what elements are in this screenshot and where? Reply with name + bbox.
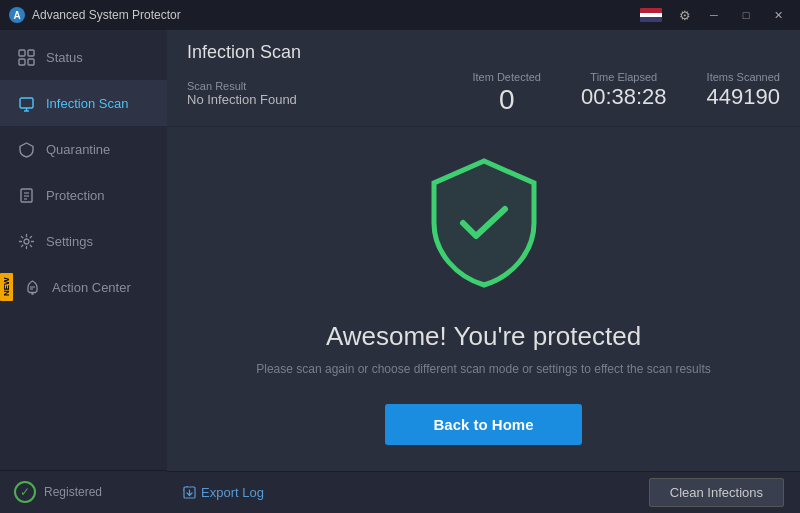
protected-subtitle: Please scan again or choose different sc… xyxy=(256,362,711,376)
main-content: Infection Scan Scan Result No Infection … xyxy=(167,30,800,513)
window-controls: ⚙ ─ □ ✕ xyxy=(640,5,792,25)
protected-title: Awesome! You're protected xyxy=(326,321,641,352)
sidebar-item-status[interactable]: Status xyxy=(0,34,167,80)
close-button[interactable]: ✕ xyxy=(764,5,792,25)
bottom-bar: Export Log Clean Infections xyxy=(167,471,800,513)
scanned-label: Items Scanned xyxy=(707,71,780,83)
sidebar-item-quarantine[interactable]: Quarantine xyxy=(0,126,167,172)
sidebar-item-action-center-label: Action Center xyxy=(52,280,131,295)
scan-stats: Item Detected 0 Time Elapsed 00:38:28 It… xyxy=(472,71,780,116)
sidebar-item-quarantine-label: Quarantine xyxy=(46,142,110,157)
clean-infections-button[interactable]: Clean Infections xyxy=(649,478,784,507)
svg-rect-4 xyxy=(19,59,25,65)
maximize-button[interactable]: □ xyxy=(732,5,760,25)
sidebar-item-status-label: Status xyxy=(46,50,83,65)
infection-scan-icon xyxy=(16,93,36,113)
scan-meta: Scan Result No Infection Found Item Dete… xyxy=(187,71,780,116)
scan-header: Infection Scan Scan Result No Infection … xyxy=(167,30,800,127)
stat-detected: Item Detected 0 xyxy=(472,71,540,116)
titlebar: A Advanced System Protector ⚙ ─ □ ✕ xyxy=(0,0,800,30)
settings-icon[interactable]: ⚙ xyxy=(674,5,696,25)
scan-result: Scan Result No Infection Found xyxy=(187,80,297,107)
svg-rect-2 xyxy=(19,50,25,56)
action-center-icon xyxy=(22,277,42,297)
status-icon xyxy=(16,47,36,67)
sidebar-item-infection-scan[interactable]: Infection Scan xyxy=(0,80,167,126)
detected-label: Item Detected xyxy=(472,71,540,83)
scan-result-label: Scan Result xyxy=(187,80,293,92)
stat-time: Time Elapsed 00:38:28 xyxy=(581,71,667,116)
stat-scanned: Items Scanned 449190 xyxy=(707,71,780,116)
sidebar-item-infection-scan-label: Infection Scan xyxy=(46,96,128,111)
svg-rect-3 xyxy=(28,50,34,56)
sidebar-item-protection[interactable]: Protection xyxy=(0,172,167,218)
back-to-home-button[interactable]: Back to Home xyxy=(385,404,581,445)
sidebar-footer: ✓ Registered xyxy=(0,470,167,513)
time-label: Time Elapsed xyxy=(590,71,657,83)
quarantine-icon xyxy=(16,139,36,159)
sidebar: Status Infection Scan xyxy=(0,30,167,513)
export-log-link[interactable]: Export Log xyxy=(183,485,264,500)
app-body: Status Infection Scan xyxy=(0,30,800,513)
new-badge: NEW xyxy=(0,273,13,301)
time-value: 00:38:28 xyxy=(581,85,667,109)
minimize-button[interactable]: ─ xyxy=(700,5,728,25)
svg-text:A: A xyxy=(13,10,20,21)
sidebar-nav: Status Infection Scan xyxy=(0,30,167,470)
app-logo: A xyxy=(8,6,26,24)
scan-result-value: No Infection Found xyxy=(187,92,297,107)
settings-nav-icon xyxy=(16,231,36,251)
svg-rect-5 xyxy=(28,59,34,65)
sidebar-item-settings-label: Settings xyxy=(46,234,93,249)
export-log-label: Export Log xyxy=(201,485,264,500)
registered-label: Registered xyxy=(44,485,102,499)
shield-wrapper xyxy=(419,153,549,297)
svg-rect-6 xyxy=(20,98,33,108)
sidebar-item-settings[interactable]: Settings xyxy=(0,218,167,264)
sidebar-item-action-center[interactable]: NEW Action Center xyxy=(0,264,167,310)
page-title: Infection Scan xyxy=(187,42,780,63)
export-log-icon xyxy=(183,486,196,499)
scan-body: Awesome! You're protected Please scan ag… xyxy=(167,127,800,471)
registered-icon: ✓ xyxy=(14,481,36,503)
svg-point-13 xyxy=(24,239,29,244)
detected-value: 0 xyxy=(499,85,515,116)
sidebar-item-protection-label: Protection xyxy=(46,188,105,203)
shield-icon xyxy=(419,153,549,293)
scanned-value: 449190 xyxy=(707,85,780,109)
flag-icon xyxy=(640,8,662,22)
app-title: Advanced System Protector xyxy=(32,8,640,22)
protection-icon xyxy=(16,185,36,205)
